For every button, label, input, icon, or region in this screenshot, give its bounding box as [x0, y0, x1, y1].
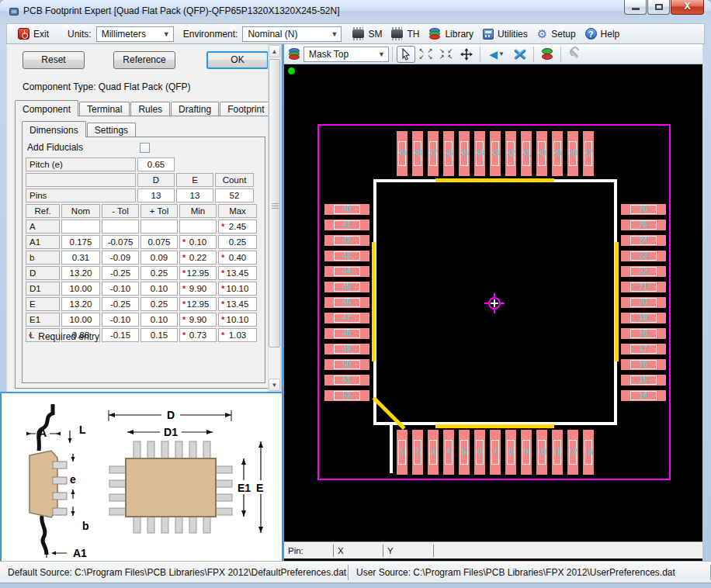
nom-cell[interactable]: 13.20	[61, 297, 100, 311]
pad-32[interactable]: 32	[505, 131, 516, 176]
units-select[interactable]: Millimeters ▼	[96, 26, 174, 42]
reset-button[interactable]: Reset	[23, 51, 85, 69]
layer-select[interactable]: Mask Top ▼	[303, 47, 389, 62]
pad-16[interactable]: 16	[621, 359, 666, 370]
pad-25[interactable]: 25	[621, 220, 666, 230]
minimize-button[interactable]	[624, 0, 647, 15]
max-cell[interactable]: *2.45	[218, 220, 257, 233]
pad-42[interactable]: 42	[324, 235, 369, 246]
nom-cell[interactable]: 10.00	[61, 313, 100, 327]
reference-button[interactable]: Reference	[113, 51, 175, 69]
pad-39[interactable]: 39	[397, 131, 408, 176]
pad-37[interactable]: 37	[428, 131, 439, 176]
tab-settings[interactable]: Settings	[87, 123, 136, 137]
min-cell[interactable]: *0.10	[179, 235, 217, 249]
pad-17[interactable]: 17	[621, 344, 666, 355]
min-cell[interactable]: *0.73	[179, 328, 217, 342]
pad-7[interactable]: 7	[490, 430, 501, 475]
pad-6[interactable]: 6	[474, 430, 485, 475]
pan-tool-button[interactable]	[457, 46, 476, 63]
pad-10[interactable]: 10	[536, 430, 547, 475]
pad-11[interactable]: 11	[552, 430, 563, 475]
close-button[interactable]: X	[671, 0, 704, 15]
pad-5[interactable]: 5	[459, 430, 470, 475]
pad-13[interactable]: 13	[583, 430, 594, 475]
pad-12[interactable]: 12	[567, 430, 578, 475]
pcb-canvas[interactable]: 3938373635343332313029282712345678910111…	[284, 65, 702, 541]
pos-tol-cell[interactable]: 0.15	[140, 328, 178, 342]
pad-18[interactable]: 18	[621, 328, 666, 339]
pins-e-input[interactable]: 13	[176, 189, 213, 202]
th-button[interactable]: TH	[387, 25, 424, 43]
pad-15[interactable]: 15	[621, 375, 666, 386]
titlebar[interactable]: PCB Footprint Expert [Quad Flat Pack (QF…	[0, 0, 711, 23]
tab-component[interactable]: Component	[15, 100, 78, 116]
setup-button[interactable]: ⚙ Setup	[532, 25, 581, 43]
pad-8[interactable]: 8	[505, 430, 516, 475]
pad-20[interactable]: 20	[621, 297, 666, 308]
max-cell[interactable]: *0.40	[218, 251, 257, 265]
pad-31[interactable]: 31	[521, 131, 532, 176]
pad-1[interactable]: 1	[397, 430, 408, 475]
pad-43[interactable]: 43	[324, 251, 369, 261]
pad-27[interactable]: 27	[583, 131, 594, 176]
pad-52[interactable]: 52	[324, 390, 369, 401]
pos-tol-cell[interactable]: 0.25	[140, 266, 178, 280]
pad-28[interactable]: 28	[567, 131, 578, 176]
neg-tol-cell[interactable]: -0.15	[102, 328, 139, 342]
neg-tol-cell[interactable]: -0.25	[102, 266, 139, 280]
select-tool-button[interactable]	[397, 46, 415, 63]
utilities-button[interactable]: Utilities	[478, 25, 532, 43]
neg-tol-cell[interactable]: -0.10	[102, 313, 139, 327]
pad-29[interactable]: 29	[552, 131, 563, 176]
help-button[interactable]: ? Help	[581, 25, 625, 43]
pos-tol-cell[interactable]	[140, 220, 178, 233]
tab-footprint[interactable]: Footprint	[220, 102, 272, 116]
layers-button[interactable]	[538, 46, 557, 63]
zoom-in-region-button[interactable]: ↘ ↙ ↗ ↖	[437, 46, 456, 63]
pos-tol-cell[interactable]: 0.075	[140, 235, 178, 249]
nom-cell[interactable]: 0.175	[61, 235, 100, 249]
max-cell[interactable]: *13.45	[218, 266, 257, 280]
pad-24[interactable]: 24	[621, 235, 666, 246]
pad-36[interactable]: 36	[443, 131, 454, 176]
pad-51[interactable]: 51	[324, 375, 369, 386]
pos-tol-cell[interactable]: 0.10	[140, 282, 178, 296]
pad-9[interactable]: 9	[521, 430, 532, 475]
pad-14[interactable]: 14	[621, 390, 666, 401]
max-cell[interactable]: 0.25	[218, 235, 257, 249]
zoom-extents-button[interactable]: ↖ ↗ ↙ ↘	[417, 46, 435, 63]
pad-49[interactable]: 49	[324, 344, 369, 355]
scroll-down-arrow[interactable]: ▼	[269, 379, 280, 391]
pad-40[interactable]: 40	[324, 204, 369, 215]
scrollbar-thumb[interactable]	[269, 59, 280, 348]
pad-33[interactable]: 33	[490, 131, 501, 176]
nom-cell[interactable]: 0.31	[61, 251, 100, 265]
neg-tol-cell[interactable]: -0.09	[102, 251, 139, 265]
pad-50[interactable]: 50	[324, 359, 369, 370]
pad-46[interactable]: 46	[324, 297, 369, 308]
pad-21[interactable]: 21	[621, 282, 666, 292]
neg-tol-cell[interactable]: -0.25	[102, 297, 139, 311]
max-cell[interactable]: *1.03	[218, 328, 257, 342]
min-cell[interactable]: *12.95	[179, 266, 217, 280]
back-button[interactable]: ◀ ▼	[484, 46, 509, 63]
tab-terminal[interactable]: Terminal	[79, 102, 130, 116]
library-button[interactable]: Library	[424, 25, 478, 43]
tab-drafting[interactable]: Drafting	[171, 102, 219, 116]
pad-35[interactable]: 35	[459, 131, 470, 176]
pad-47[interactable]: 47	[324, 313, 369, 323]
close-view-button[interactable]	[511, 46, 529, 63]
pad-38[interactable]: 38	[412, 131, 423, 176]
pad-41[interactable]: 41	[324, 220, 369, 230]
scroll-up-arrow[interactable]: ▲	[269, 45, 280, 57]
tools-button[interactable]	[565, 46, 584, 63]
neg-tol-cell[interactable]	[102, 220, 139, 233]
tab-dimensions[interactable]: Dimensions	[22, 121, 86, 137]
pad-48[interactable]: 48	[324, 328, 369, 339]
min-cell[interactable]: *9.90	[179, 282, 217, 296]
pitch-input[interactable]: 0.65	[137, 157, 175, 171]
pos-tol-cell[interactable]: 0.25	[140, 297, 178, 311]
pad-23[interactable]: 23	[621, 251, 666, 261]
maximize-button[interactable]	[647, 0, 670, 15]
